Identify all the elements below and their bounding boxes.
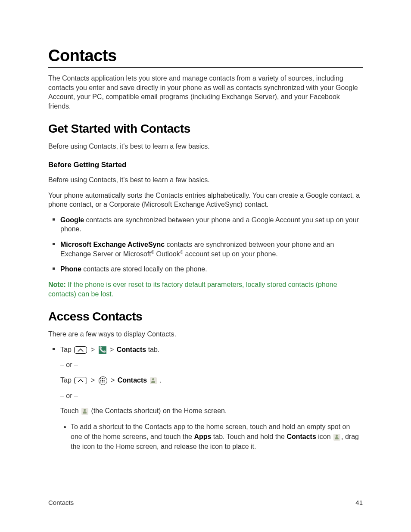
list-item: Tap > > Contacts tab. – or – Tap > > Con… bbox=[60, 345, 363, 452]
shortcut-suffix: (the Contacts shortcut) on the Home scre… bbox=[91, 407, 227, 414]
home-icon bbox=[74, 346, 87, 354]
breadcrumb-separator: > bbox=[111, 376, 115, 384]
breadcrumb-separator: > bbox=[110, 346, 114, 353]
google-desc: contacts are synchronized between your p… bbox=[60, 216, 359, 233]
access-lead: There are a few ways to display Contacts… bbox=[48, 330, 363, 339]
list-item: Google contacts are synchronized between… bbox=[60, 215, 363, 234]
contact-icon bbox=[81, 408, 88, 415]
page-footer: Contacts 41 bbox=[48, 499, 363, 506]
touch-label: Touch bbox=[60, 407, 81, 414]
tap-label: Tap bbox=[60, 376, 72, 384]
or-separator: – or – bbox=[60, 360, 363, 370]
home-icon bbox=[74, 377, 87, 384]
registered-mark: ® bbox=[180, 250, 183, 255]
google-label: Google bbox=[60, 216, 84, 224]
breadcrumb-separator: > bbox=[91, 376, 95, 384]
intro-paragraph: The Contacts application lets you store … bbox=[48, 74, 363, 111]
tap-line-2: Tap > > Contacts . bbox=[60, 376, 363, 385]
list-item: To add a shortcut to the Contacts app to… bbox=[71, 422, 363, 452]
phone-label: Phone bbox=[60, 265, 81, 273]
page-number: 41 bbox=[355, 499, 363, 506]
section-heading-get-started: Get Started with Contacts bbox=[48, 122, 363, 136]
exchange-desc-2: Outlook bbox=[154, 250, 180, 258]
breadcrumb-separator: > bbox=[91, 346, 95, 353]
page-title: Contacts bbox=[48, 47, 363, 68]
contact-types-list: Google contacts are synchronized between… bbox=[48, 215, 363, 274]
footer-title: Contacts bbox=[48, 499, 74, 506]
phone-icon bbox=[99, 346, 106, 354]
contact-icon bbox=[150, 377, 157, 384]
before-p2: Your phone automatically sorts the Conta… bbox=[48, 191, 363, 209]
phone-desc: contacts are stored locally on the phone… bbox=[81, 265, 207, 273]
list-item: Microsoft Exchange ActiveSync contacts a… bbox=[60, 240, 363, 259]
tap-label: Tap bbox=[60, 346, 72, 353]
or-separator: – or – bbox=[60, 391, 363, 401]
contacts-label: Contacts bbox=[117, 346, 146, 353]
period: . bbox=[158, 376, 162, 384]
section1-lead: Before using Contacts, it's best to lear… bbox=[48, 142, 363, 151]
exchange-desc-3: account set up on your phone. bbox=[183, 250, 278, 258]
shortcut-mid: tab. Touch and hold the bbox=[211, 433, 286, 440]
before-p1: Before using Contacts, it's best to lear… bbox=[48, 175, 363, 185]
apps-icon bbox=[99, 376, 107, 385]
shortcut-instructions-list: To add a shortcut to the Contacts app to… bbox=[60, 422, 363, 452]
contacts-label: Contacts bbox=[286, 433, 316, 440]
exchange-label: Microsoft Exchange ActiveSync bbox=[60, 241, 165, 248]
contact-icon bbox=[333, 434, 340, 441]
touch-line: Touch (the Contacts shortcut) on the Hom… bbox=[60, 406, 363, 416]
apps-label: Apps bbox=[194, 433, 211, 440]
list-item: Phone contacts are stored locally on the… bbox=[60, 264, 363, 274]
tab-suffix: tab. bbox=[146, 346, 159, 353]
contacts-label: Contacts bbox=[118, 376, 147, 384]
shortcut-mid2: icon bbox=[316, 433, 333, 440]
section-heading-access: Access Contacts bbox=[48, 310, 363, 324]
note-text: If the phone is ever reset to its factor… bbox=[48, 281, 337, 298]
document-page: Contacts The Contacts application lets y… bbox=[0, 0, 411, 532]
access-steps-list: Tap > > Contacts tab. – or – Tap > > Con… bbox=[48, 345, 363, 452]
note-label: Note: bbox=[48, 281, 66, 288]
subsection-heading-before: Before Getting Started bbox=[48, 161, 363, 169]
note-paragraph: Note: If the phone is ever reset to its … bbox=[48, 280, 363, 299]
